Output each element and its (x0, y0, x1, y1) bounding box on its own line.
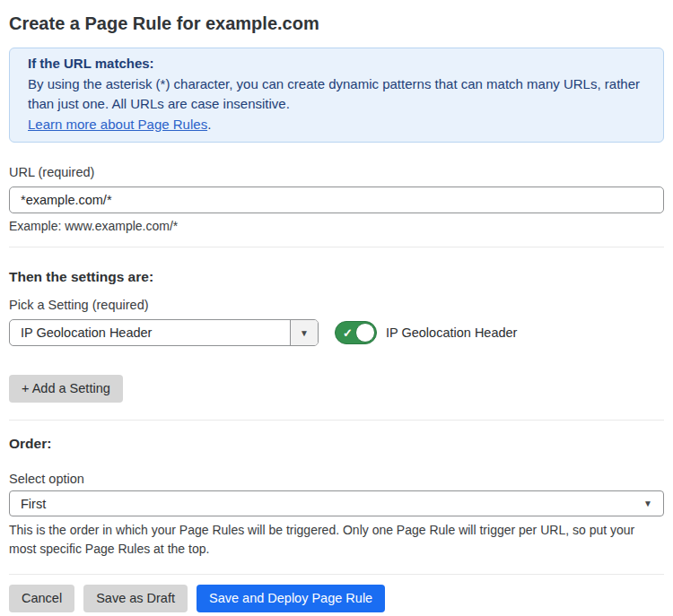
setting-dropdown-arrow-button[interactable]: ▼ (290, 320, 318, 345)
add-setting-button[interactable]: + Add a Setting (9, 375, 123, 403)
url-match-info-box: If the URL matches: By using the asteris… (9, 48, 664, 143)
settings-section-heading: Then the settings are: (9, 269, 664, 285)
form-actions: Cancel Save as Draft Save and Deploy Pag… (9, 585, 664, 612)
toggle-label: IP Geolocation Header (386, 325, 517, 340)
chevron-down-icon: ▼ (643, 499, 663, 508)
divider (9, 247, 664, 247)
order-section-heading: Order: (9, 436, 664, 452)
cancel-button[interactable]: Cancel (9, 585, 74, 612)
learn-more-link[interactable]: Learn more about Page Rules (28, 117, 207, 132)
order-select[interactable]: First ▼ (9, 490, 664, 516)
setting-row: IP Geolocation Header ▼ ✓ IP Geolocation… (9, 319, 664, 346)
page-rule-form: Create a Page Rule for example.com If th… (0, 13, 673, 612)
page-title: Create a Page Rule for example.com (9, 13, 664, 34)
info-box-heading: If the URL matches: (28, 54, 645, 74)
order-select-label: Select option (9, 471, 664, 487)
url-field-label: URL (required) (9, 164, 664, 180)
url-example-text: Example: www.example.com/* (9, 218, 664, 234)
save-deploy-button[interactable]: Save and Deploy Page Rule (197, 585, 385, 612)
url-input[interactable] (9, 187, 664, 213)
setting-picker-label: Pick a Setting (required) (9, 297, 664, 313)
save-draft-button[interactable]: Save as Draft (83, 585, 188, 612)
setting-dropdown[interactable]: IP Geolocation Header ▼ (9, 319, 319, 346)
check-icon: ✓ (343, 327, 353, 339)
info-box-body: By using the asterisk (*) character, you… (28, 74, 645, 115)
info-box-link-line: Learn more about Page Rules. (28, 115, 645, 135)
divider (9, 420, 664, 421)
chevron-down-icon: ▼ (300, 328, 309, 338)
toggle-knob (355, 323, 375, 343)
setting-dropdown-value: IP Geolocation Header (10, 320, 290, 345)
divider (9, 574, 664, 575)
ip-geolocation-toggle[interactable]: ✓ (335, 321, 377, 344)
order-help-text: This is the order in which your Page Rul… (9, 521, 664, 559)
link-suffix: . (207, 117, 211, 132)
order-select-value: First (10, 497, 643, 511)
